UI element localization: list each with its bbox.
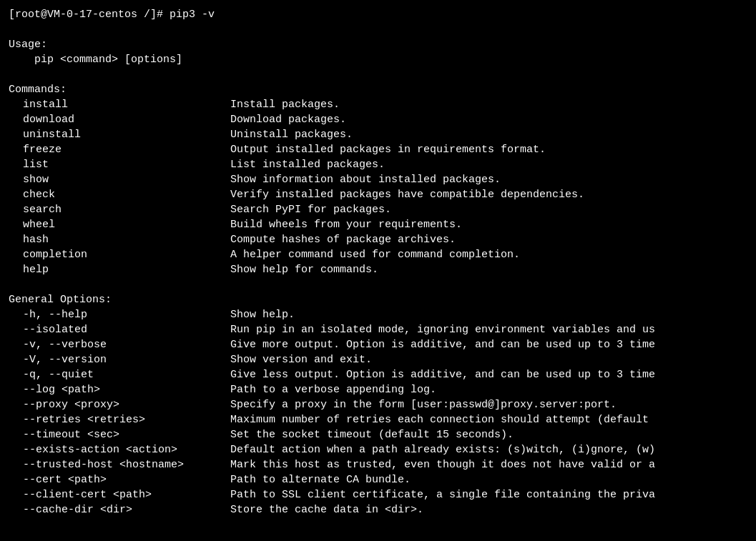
option-desc: Set the socket timeout (default 15 secon…	[230, 427, 514, 442]
command-name: hash	[9, 232, 230, 247]
command-row: downloadDownload packages.	[9, 112, 747, 127]
command-name: freeze	[9, 142, 230, 157]
option-desc: Path to a verbose appending log.	[230, 382, 436, 397]
option-desc: Store the cache data in <dir>.	[230, 502, 423, 517]
command-desc: Download packages.	[230, 112, 346, 127]
option-name: --proxy <proxy>	[9, 397, 230, 412]
option-row: --log <path>Path to a verbose appending …	[9, 382, 747, 397]
commands-list: installInstall packages.downloadDownload…	[9, 97, 747, 277]
blank-line-3	[9, 277, 747, 292]
option-name: -h, --help	[9, 307, 230, 322]
command-desc: A helper command used for command comple…	[230, 247, 520, 262]
command-row: wheelBuild wheels from your requirements…	[9, 217, 747, 232]
option-desc: Specify a proxy in the form [user:passwd…	[230, 397, 617, 412]
option-row: --proxy <proxy>Specify a proxy in the fo…	[9, 397, 747, 412]
command-desc: Verify installed packages have compatibl…	[230, 187, 584, 202]
general-options-label: General Options:	[9, 292, 747, 307]
command-name: list	[9, 157, 230, 172]
usage-label: Usage:	[9, 37, 747, 52]
option-name: --client-cert <path>	[9, 487, 230, 502]
prompt-line: [root@VM-0-17-centos /]# pip3 -v	[9, 7, 747, 22]
option-row: -h, --helpShow help.	[9, 307, 747, 322]
command-desc: Search PyPI for packages.	[230, 202, 391, 217]
command-desc: Uninstall packages.	[230, 127, 353, 142]
usage-value: pip <command> [options]	[9, 52, 747, 67]
command-desc: Compute hashes of package archives.	[230, 232, 456, 247]
option-row: --cert <path>Path to alternate CA bundle…	[9, 472, 747, 487]
command-row: hashCompute hashes of package archives.	[9, 232, 747, 247]
command-name: completion	[9, 247, 230, 262]
option-row: --cache-dir <dir>Store the cache data in…	[9, 502, 747, 517]
option-row: -v, --verboseGive more output. Option is…	[9, 337, 747, 352]
command-name: search	[9, 202, 230, 217]
option-row: --trusted-host <hostname>Mark this host …	[9, 457, 747, 472]
option-desc: Path to alternate CA bundle.	[230, 472, 411, 487]
option-name: --timeout <sec>	[9, 427, 230, 442]
command-name: uninstall	[9, 127, 230, 142]
option-desc: Show version and exit.	[230, 352, 372, 367]
option-name: --trusted-host <hostname>	[9, 457, 230, 472]
command-name: install	[9, 97, 230, 112]
command-desc: Show help for commands.	[230, 262, 378, 277]
option-desc: Maximum number of retries each connectio…	[230, 412, 649, 427]
option-name: --cert <path>	[9, 472, 230, 487]
command-row: listList installed packages.	[9, 157, 747, 172]
option-desc: Mark this host as trusted, even though i…	[230, 457, 655, 472]
command-row: installInstall packages.	[9, 97, 747, 112]
command-name: show	[9, 172, 230, 187]
option-name: --retries <retries>	[9, 412, 230, 427]
option-desc: Give more output. Option is additive, an…	[230, 337, 655, 352]
option-name: -q, --quiet	[9, 367, 230, 382]
option-row: -q, --quietGive less output. Option is a…	[9, 367, 747, 382]
command-row: freezeOutput installed packages in requi…	[9, 142, 747, 157]
option-row: --exists-action <action>Default action w…	[9, 442, 747, 457]
option-name: --isolated	[9, 322, 230, 337]
command-desc: List installed packages.	[230, 157, 385, 172]
option-desc: Show help.	[230, 307, 295, 322]
command-name: download	[9, 112, 230, 127]
blank-line	[9, 22, 747, 37]
option-name: --log <path>	[9, 382, 230, 397]
option-row: --client-cert <path>Path to SSL client c…	[9, 487, 747, 502]
command-row: showShow information about installed pac…	[9, 172, 747, 187]
command-name: check	[9, 187, 230, 202]
command-row: uninstallUninstall packages.	[9, 127, 747, 142]
command-desc: Output installed packages in requirement…	[230, 142, 546, 157]
command-name: help	[9, 262, 230, 277]
blank-line-2	[9, 67, 747, 82]
command-row: searchSearch PyPI for packages.	[9, 202, 747, 217]
option-name: -V, --version	[9, 352, 230, 367]
command-row: completionA helper command used for comm…	[9, 247, 747, 262]
command-row: checkVerify installed packages have comp…	[9, 187, 747, 202]
option-desc: Give less output. Option is additive, an…	[230, 367, 655, 382]
command-desc: Install packages.	[230, 97, 340, 112]
option-desc: Default action when a path already exist…	[230, 442, 655, 457]
command-name: wheel	[9, 217, 230, 232]
command-desc: Build wheels from your requirements.	[230, 217, 462, 232]
terminal-window: [root@VM-0-17-centos /]# pip3 -v Usage: …	[9, 7, 747, 517]
command-row: helpShow help for commands.	[9, 262, 747, 277]
option-row: --retries <retries>Maximum number of ret…	[9, 412, 747, 427]
option-name: --exists-action <action>	[9, 442, 230, 457]
option-row: -V, --versionShow version and exit.	[9, 352, 747, 367]
option-name: --cache-dir <dir>	[9, 502, 230, 517]
option-name: -v, --verbose	[9, 337, 230, 352]
option-desc: Run pip in an isolated mode, ignoring en…	[230, 322, 655, 337]
option-row: --isolatedRun pip in an isolated mode, i…	[9, 322, 747, 337]
options-list: -h, --helpShow help.--isolatedRun pip in…	[9, 307, 747, 517]
option-desc: Path to SSL client certificate, a single…	[230, 487, 655, 502]
commands-label: Commands:	[9, 82, 747, 97]
option-row: --timeout <sec>Set the socket timeout (d…	[9, 427, 747, 442]
command-desc: Show information about installed package…	[230, 172, 501, 187]
